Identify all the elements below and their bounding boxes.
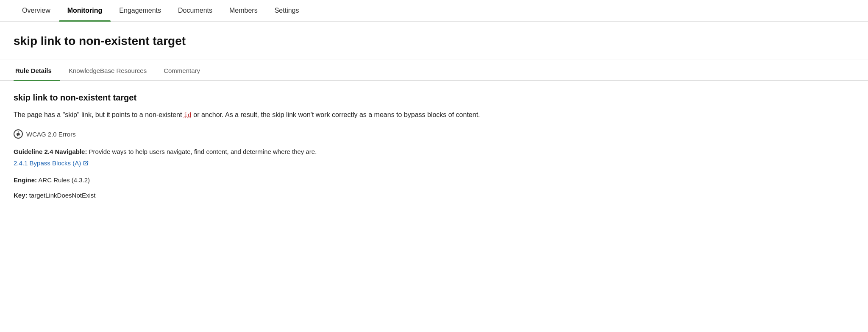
tab-commentary[interactable]: Commentary <box>162 61 209 80</box>
page-header: skip link to non-existent target <box>0 22 868 59</box>
description-before: The page has a "skip" link, but it point… <box>14 111 184 118</box>
wcag-icon <box>14 129 23 139</box>
inline-code-id: id <box>184 112 192 119</box>
page-title: skip link to non-existent target <box>14 33 854 49</box>
key-label: Key: <box>14 192 28 199</box>
bypass-blocks-label: 2.4.1 Bypass Blocks (A) <box>14 159 81 167</box>
description-after: or anchor. As a result, the skip link wo… <box>192 111 480 118</box>
guideline-strong: Guideline 2.4 Navigable: <box>14 148 87 155</box>
top-navigation: Overview Monitoring Engagements Document… <box>0 0 868 22</box>
svg-point-0 <box>18 131 19 133</box>
external-link-icon <box>83 160 89 166</box>
wcag-label: WCAG 2.0 Errors <box>26 131 76 138</box>
main-content: skip link to non-existent target The pag… <box>0 81 868 218</box>
key-value-text: targetLinkDoesNotExist <box>29 192 96 199</box>
key-row: Key: targetLinkDoesNotExist <box>14 191 854 201</box>
nav-overview[interactable]: Overview <box>14 0 59 21</box>
nav-settings[interactable]: Settings <box>266 0 308 21</box>
nav-members[interactable]: Members <box>221 0 266 21</box>
engine-value-text: ARC Rules (4.3.2) <box>38 176 90 184</box>
bypass-blocks-link[interactable]: 2.4.1 Bypass Blocks (A) <box>14 159 89 167</box>
engine-row: Engine: ARC Rules (4.3.2) <box>14 176 854 185</box>
sub-tabs: Rule Details KnowledgeBase Resources Com… <box>0 61 868 81</box>
guideline-section: Guideline 2.4 Navigable: Provide ways to… <box>14 147 854 167</box>
wcag-badge: WCAG 2.0 Errors <box>14 129 854 139</box>
tab-rule-details[interactable]: Rule Details <box>14 61 60 80</box>
engine-label: Engine: <box>14 176 37 184</box>
section-title: skip link to non-existent target <box>14 93 854 103</box>
description-text: The page has a "skip" link, but it point… <box>14 109 854 121</box>
meta-section: Engine: ARC Rules (4.3.2) Key: targetLin… <box>14 176 854 201</box>
guideline-body: Provide ways to help users navigate, fin… <box>87 148 317 155</box>
guideline-text: Guideline 2.4 Navigable: Provide ways to… <box>14 147 854 157</box>
nav-documents[interactable]: Documents <box>170 0 221 21</box>
nav-engagements[interactable]: Engagements <box>111 0 170 21</box>
nav-monitoring[interactable]: Monitoring <box>59 0 111 21</box>
tab-knowledgebase[interactable]: KnowledgeBase Resources <box>67 61 155 80</box>
